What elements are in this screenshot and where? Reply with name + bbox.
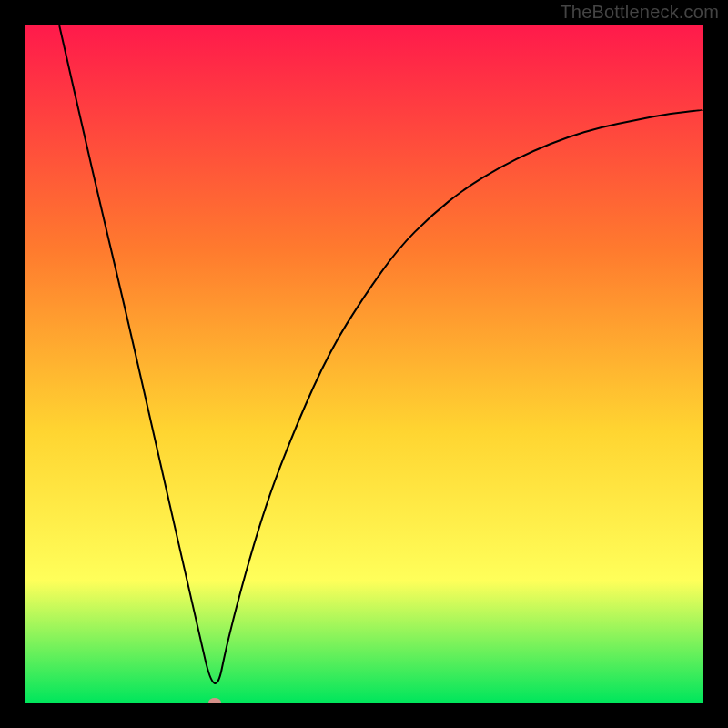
chart-svg [25,25,703,703]
chart-frame: TheBottleneck.com [0,0,728,728]
watermark-text: TheBottleneck.com [560,2,719,23]
plot-area [25,25,703,703]
minimum-marker [208,698,221,703]
